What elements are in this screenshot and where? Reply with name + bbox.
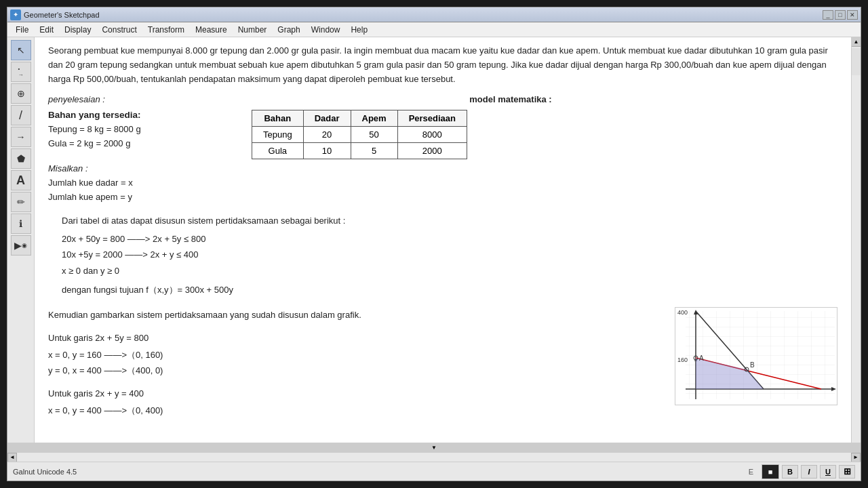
graph-section: Kemudian gambarkan sistem pertidaksamaan… [48, 307, 837, 418]
scroll-left-arrow[interactable]: ◄ [7, 453, 17, 462]
pencil-tool[interactable]: ✏ [11, 192, 31, 212]
tepung-text: Tepung = 8 kg = 8000 g [48, 123, 157, 137]
scroll-track[interactable] [17, 453, 851, 462]
compass-tool[interactable]: ⊕ [11, 83, 31, 104]
jumlah-apem: Jumlah kue apem = y [48, 190, 157, 205]
table-row: Gula 10 5 2000 [252, 143, 467, 159]
close-button[interactable]: ✕ [847, 10, 858, 20]
equation-2: 10x +5y = 2000 ——> 2x + y ≤ 400 [62, 247, 837, 262]
line-tool[interactable]: / [11, 105, 31, 125]
app-icon: ✦ [10, 9, 21, 20]
menu-graph[interactable]: Graph [272, 24, 305, 36]
model-matematika-label: model matematika : [184, 94, 837, 104]
menu-help[interactable]: Help [345, 24, 373, 36]
menu-window[interactable]: Window [306, 24, 346, 36]
menu-construct[interactable]: Construct [96, 24, 142, 36]
graph-text-block: Kemudian gambarkan sistem pertidaksamaan… [48, 307, 661, 418]
motion-tool[interactable]: ▶◉ [11, 235, 31, 256]
cell-gula-dadar: 10 [303, 143, 351, 159]
svg-text:400: 400 [677, 309, 688, 316]
svg-text:A: A [699, 354, 704, 362]
table-button[interactable]: ⊞ [839, 465, 855, 479]
svg-text:160: 160 [677, 357, 688, 363]
status-text: Galnut Unicode 4.5 [13, 468, 746, 476]
content-area[interactable]: Seorang pembuat kue mempunyai 8.000 gr t… [35, 37, 851, 452]
window-title: Geometer's Sketchpad [24, 11, 823, 19]
misalkan-label: Misalkan : [48, 163, 157, 174]
bottom-toolbar: Galnut Unicode 4.5 E ■ B I U ⊞ [7, 462, 861, 481]
menu-transform[interactable]: Transform [142, 24, 190, 36]
garis1-label: Untuk garis 2x + 5y = 800 [48, 330, 661, 346]
cell-tepung-apem: 50 [351, 127, 397, 143]
menu-measure[interactable]: Measure [190, 24, 233, 36]
gula-text: Gula = 2 kg = 2000 g [48, 137, 157, 151]
dari-tabel-text: Dari tabel di atas dapat disusun sistem … [62, 213, 837, 228]
left-toolbar: ↖ •→ ⊕ / → ⬟ A ✏ ℹ ▶◉ [7, 37, 35, 452]
main-layout: ↖ •→ ⊕ / → ⬟ A ✏ ℹ ▶◉ Seorang pembuat ku… [7, 37, 861, 452]
garis2-eq1: x = 0, y = 400 ——>（0, 400) [48, 403, 661, 418]
fungsi-tujuan: dengan fungsi tujuan f（x,y）= 300x + 500y [62, 284, 837, 296]
cell-gula-persediaan: 2000 [397, 143, 467, 159]
intro-paragraph: Seorang pembuat kue mempunyai 8.000 gr t… [48, 44, 837, 86]
scroll-right-arrow[interactable]: ► [851, 453, 861, 462]
jumlah-dadar: Jumlah kue dadar = x [48, 176, 157, 190]
menu-number[interactable]: Number [233, 24, 273, 36]
pointer-tool[interactable]: ↖ [11, 40, 31, 60]
black-square-button[interactable]: ■ [762, 464, 779, 479]
right-scrollbar[interactable]: ▲ ▼ [851, 37, 861, 452]
graph-svg: 400 160 [675, 307, 837, 405]
text-tool[interactable]: A [11, 170, 31, 190]
math-table: Bahan Dadar Apem Persediaan Tepung 20 50 [252, 110, 467, 159]
col-dadar: Dadar [303, 110, 351, 127]
point-tool[interactable]: •→ [11, 62, 31, 82]
info-tool[interactable]: ℹ [11, 214, 31, 234]
garis2-label: Untuk garis 2x + y = 400 [48, 386, 661, 401]
minimize-button[interactable]: _ [823, 10, 833, 20]
col-persediaan: Persediaan [397, 110, 467, 127]
window-controls: _ □ ✕ [823, 10, 858, 20]
equation-3: x ≥ 0 dan y ≥ 0 [62, 263, 837, 279]
italic-button[interactable]: I [801, 465, 817, 479]
main-window: ✦ Geometer's Sketchpad _ □ ✕ File Edit D… [7, 7, 861, 481]
titlebar: ✦ Geometer's Sketchpad _ □ ✕ [7, 7, 861, 22]
table-row: Tepung 20 50 8000 [252, 127, 467, 143]
kemudian-text: Kemudian gambarkan sistem pertidaksamaan… [48, 307, 661, 323]
arrow-tool[interactable]: → [11, 127, 31, 147]
bottom-scrollbar[interactable]: ◄ ► [7, 452, 861, 462]
bold-button[interactable]: B [782, 465, 798, 479]
counter-display: E [749, 468, 753, 476]
graph-container: 400 160 [675, 307, 837, 402]
cell-tepung: Tepung [252, 127, 304, 143]
svg-text:B: B [750, 361, 755, 369]
model-section: penyelesaian : Bahan yang tersedia: Tepu… [48, 94, 837, 204]
menubar: File Edit Display Construct Transform Me… [7, 22, 861, 37]
garis1-eq1: x = 0, y = 160 ——>（0, 160) [48, 347, 661, 363]
maximize-button[interactable]: □ [835, 10, 846, 20]
garis1-eq2: y = 0, x = 400 ——>（400, 0) [48, 363, 661, 378]
menu-edit[interactable]: Edit [34, 24, 59, 36]
penyelesaian-label: penyelesaian : [48, 94, 157, 104]
menu-display[interactable]: Display [59, 24, 96, 36]
cell-gula-apem: 5 [351, 143, 397, 159]
equations-block: 20x + 50y = 800 ——> 2x + 5y ≤ 800 10x +5… [62, 231, 837, 279]
equation-1: 20x + 50y = 800 ——> 2x + 5y ≤ 800 [62, 231, 837, 247]
polygon-tool[interactable]: ⬟ [11, 148, 31, 169]
col-bahan: Bahan [252, 110, 304, 127]
col-apem: Apem [351, 110, 397, 127]
cell-gula: Gula [252, 143, 304, 159]
cell-tepung-dadar: 20 [303, 127, 351, 143]
cell-tepung-persediaan: 8000 [397, 127, 467, 143]
menu-file[interactable]: File [10, 24, 34, 36]
bahan-label: Bahan yang tersedia: [48, 110, 157, 120]
underline-button[interactable]: U [820, 465, 836, 479]
